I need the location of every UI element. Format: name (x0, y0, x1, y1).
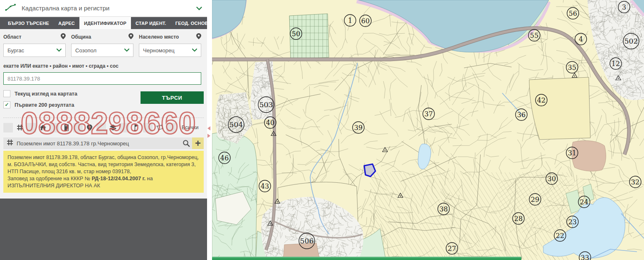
tab[interactable]: АДРЕС (54, 17, 79, 29)
toolbar-toggle[interactable] (3, 123, 13, 132)
current-view-checkbox[interactable] (3, 90, 10, 97)
naseleno-field: Населено място Черноморец (139, 33, 201, 57)
svg-text:31: 31 (568, 149, 576, 157)
svg-text:42: 42 (537, 96, 545, 104)
svg-text:32: 32 (631, 178, 639, 186)
svg-text:22: 22 (556, 232, 564, 240)
map-pin-icon (128, 33, 133, 41)
tab[interactable]: ИДЕНТИФИКАТОР (79, 17, 131, 29)
svg-text:55: 55 (530, 32, 538, 39)
svg-text:12: 12 (612, 60, 620, 68)
svg-text:43: 43 (261, 182, 269, 190)
map-pin-icon (196, 33, 201, 41)
oblast-field: Област Бургас (3, 33, 66, 57)
search-sidebar: Кадастрална карта и регистри БЪРЗО ТЪРСЕ… (0, 0, 207, 260)
svg-text:30: 30 (548, 175, 556, 183)
chevron-down-icon (124, 49, 129, 52)
collapse-left-icon (207, 126, 210, 130)
location-filters: Област Бургас Община Созопол (3, 33, 204, 57)
first200-checkbox[interactable] (3, 101, 10, 108)
naseleno-select[interactable]: Черноморец (139, 44, 201, 57)
toolbar-toggle[interactable] (143, 123, 153, 132)
grid-icon (7, 139, 13, 147)
locate-on-map-button[interactable] (180, 137, 192, 149)
obshtina-select[interactable]: Созопол (71, 44, 133, 57)
naseleno-label: Населено място (139, 33, 201, 41)
svg-text:3: 3 (622, 3, 626, 11)
oblast-select[interactable]: Бургас (3, 44, 66, 57)
search-options: Текущ изглед на картата Първите 200 резу… (3, 90, 204, 116)
identifier-search-panel: Област Бургас Община Созопол (0, 29, 207, 199)
cadastral-map[interactable]: 5016056355450212354250337365044039463130… (212, 0, 644, 260)
svg-text:502: 502 (624, 37, 638, 45)
tab[interactable]: БЪРЗО ТЪРСЕНЕ (3, 17, 54, 29)
svg-text:27: 27 (448, 245, 456, 253)
obshtina-field: Община Созопол (71, 33, 133, 57)
search-tabs: БЪРЗО ТЪРСЕНЕАДРЕСИДЕНТИФИКАТОРСТАР ИДЕН… (0, 17, 207, 29)
svg-text:46: 46 (220, 154, 229, 162)
svg-text:29: 29 (531, 196, 539, 204)
svg-text:39: 39 (354, 124, 363, 132)
tab[interactable]: СТАР ИДЕНТ. (131, 17, 171, 29)
layers-icon[interactable] (109, 123, 117, 132)
sidebar-footer (0, 199, 207, 260)
cadastre-app: Кадастрална карта и регистри БЪРЗО ТЪРСЕ… (0, 0, 644, 260)
svg-text:40: 40 (266, 119, 274, 127)
separator (3, 118, 204, 118)
pin-icon[interactable] (86, 123, 94, 132)
toolbar-toggle[interactable] (50, 123, 59, 132)
first200-label: Първите 200 резултата (15, 102, 74, 108)
svg-text:503: 503 (259, 101, 273, 109)
obshtina-label: Община (71, 33, 133, 41)
svg-text:23: 23 (568, 218, 577, 226)
result-title: Поземлен имот 81178.39.178 гр.Черноморец (17, 140, 180, 147)
open-field (529, 77, 590, 140)
svg-text:4: 4 (579, 35, 583, 43)
svg-text:37: 37 (424, 110, 433, 118)
svg-text:24: 24 (580, 198, 588, 206)
home-icon[interactable] (39, 123, 47, 132)
svg-text:38: 38 (439, 205, 448, 213)
oblast-label: Област (3, 33, 66, 41)
toolbar-toggle[interactable] (166, 123, 176, 132)
chevron-down-icon (57, 49, 62, 52)
svg-text:35: 35 (568, 64, 576, 71)
result-list-item[interactable]: Поземлен имот 81178.39.178 гр.Черноморец… (3, 137, 204, 149)
kais-logo-icon (5, 3, 16, 13)
service-dropdown[interactable]: Кадастрална карта и регистри (0, 0, 207, 17)
svg-text:60: 60 (361, 17, 370, 25)
toolbar-toggle[interactable] (73, 123, 83, 132)
map-pin-icon (61, 33, 66, 41)
chevron-down-icon (192, 49, 197, 52)
identifier-input-label: екатте ИЛИ екатте • район • имот • сград… (3, 63, 204, 69)
approval-order-number: РД-18-12/24.04.2007 г. (91, 176, 146, 182)
chevron-down-icon (196, 5, 202, 12)
svg-text:36: 36 (517, 111, 526, 119)
svg-text:506: 506 (300, 237, 313, 245)
tab[interactable]: ГЕОД. ОСНОВА (171, 17, 216, 29)
flag-icon[interactable] (132, 123, 140, 132)
svg-text:33: 33 (581, 254, 589, 260)
toolbar-toggle[interactable] (96, 123, 106, 132)
add-result-button[interactable]: + (192, 137, 204, 149)
svg-text:50: 50 (292, 30, 300, 38)
svg-text:28: 28 (514, 215, 523, 223)
collapse-right-icon (207, 134, 210, 138)
identifier-input[interactable] (3, 72, 201, 85)
toolbar-toggle[interactable] (27, 123, 36, 132)
svg-text:504: 504 (229, 120, 243, 129)
sidebar-collapse-handle[interactable] (207, 126, 212, 143)
polygon-icon[interactable] (155, 123, 163, 132)
search-button[interactable]: ТЪРСИ (141, 91, 204, 104)
svg-text:1: 1 (348, 17, 352, 25)
grid-icon[interactable] (16, 123, 24, 132)
current-view-label: Текущ изглед на картата (15, 91, 77, 97)
service-title: Кадастрална карта и регистри (22, 5, 196, 12)
svg-text:56: 56 (569, 10, 577, 17)
toolbar-toggle[interactable] (120, 123, 129, 132)
result-detail-text: Поземлен имот 81178.39.178, област Бурга… (7, 155, 199, 174)
all-types-link[interactable]: Всички (182, 125, 199, 130)
result-detail-box: Поземлен имот 81178.39.178, област Бурга… (3, 151, 204, 193)
building-icon[interactable] (62, 123, 70, 132)
map-scale-bar (212, 257, 521, 260)
